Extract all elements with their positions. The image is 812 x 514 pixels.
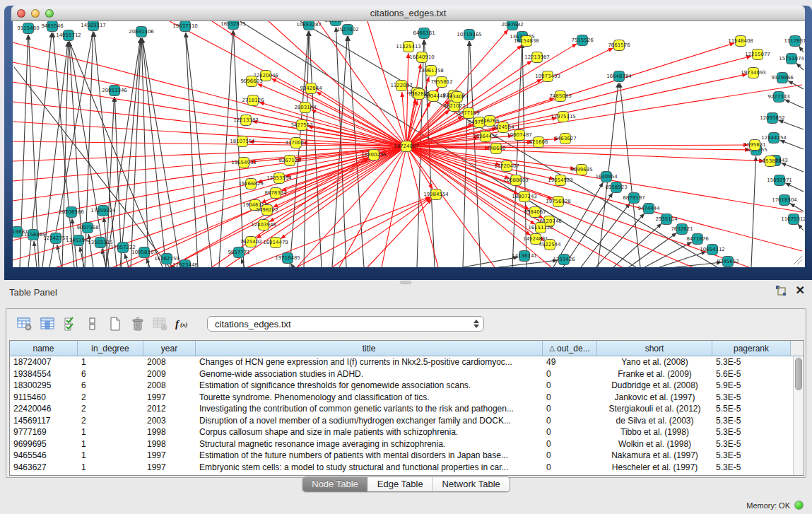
graph-node[interactable]: 9465546	[41, 21, 64, 32]
graph-node[interactable]: 14569117	[81, 21, 106, 31]
graph-node[interactable]: 19756928	[546, 197, 571, 207]
graph-node[interactable]: 19654923	[548, 175, 573, 186]
column-header-in_degree[interactable]: in_degree	[78, 341, 143, 356]
graph-node[interactable]: 17016504	[772, 195, 797, 206]
graph-node[interactable]: 19716485	[275, 253, 300, 264]
splitter-handle[interactable]	[400, 281, 411, 284]
graph-node[interactable]: 11548408	[728, 36, 753, 47]
graph-node[interactable]: 10654112	[700, 245, 725, 255]
graph-node[interactable]: 8267130	[278, 156, 300, 166]
table-scrollbar-thumb[interactable]	[795, 358, 802, 390]
graph-node[interactable]: 10807487	[507, 130, 532, 141]
graph-node[interactable]: 19654933	[231, 158, 257, 168]
graph-node[interactable]: 12213987	[524, 52, 550, 63]
graph-node[interactable]: 11325413	[396, 42, 421, 52]
graph-node[interactable]: 16532875	[220, 21, 246, 30]
graph-node[interactable]: 9115460	[17, 23, 39, 34]
graph-node[interactable]: 9463627	[554, 134, 576, 144]
graph-node[interactable]: 17359924	[90, 206, 116, 216]
graph-node[interactable]: 16640910	[409, 52, 435, 63]
delete-column-icon[interactable]	[126, 313, 149, 334]
column-header-out_degree[interactable]: △out_de...	[543, 341, 597, 356]
network-graph[interactable]: 9115460946554614055712145691172089140619…	[13, 21, 805, 267]
table-row[interactable]: 1938455462009Genome-wide association stu…	[10, 368, 804, 380]
graph-node[interactable]: 15720407	[494, 161, 519, 172]
table-settings-icon[interactable]	[13, 313, 36, 334]
table-row[interactable]: 977716911998Corpus callosum shape and si…	[10, 426, 804, 438]
graph-node[interactable]: 9699695	[570, 165, 592, 175]
graph-node[interactable]: 15751074	[779, 54, 804, 64]
graph-node[interactable]: 6879197	[623, 193, 645, 204]
minimize-window-button[interactable]	[31, 9, 40, 18]
tab-node-table[interactable]: Node Table	[302, 477, 368, 491]
graph-node[interactable]: 9857771	[228, 247, 249, 258]
graph-node[interactable]: 7955812	[430, 77, 452, 88]
graph-node[interactable]: 748660	[487, 144, 506, 154]
graph-node[interactable]: 8958923	[605, 182, 627, 193]
function-builder-icon[interactable]: f (x)	[172, 313, 194, 334]
column-header-short[interactable]: short	[597, 341, 712, 356]
graph-node[interactable]: 20891406	[129, 27, 154, 37]
table-row[interactable]: 1872400712008Changes of HCN gene express…	[10, 356, 804, 368]
delete-table-icon[interactable]	[149, 313, 172, 334]
tab-network-table[interactable]: Network Table	[433, 477, 510, 491]
graph-node[interactable]: 10653287	[296, 21, 322, 30]
graph-node[interactable]: 2935114	[655, 214, 678, 225]
graph-node[interactable]: 6466161	[413, 28, 435, 39]
graph-node[interactable]: 10973493	[535, 71, 560, 82]
graph-node[interactable]: 2087682	[501, 21, 523, 30]
zoom-window-button[interactable]	[45, 9, 54, 18]
table-row[interactable]: 969969511998Structural magnetic resonanc…	[10, 438, 804, 450]
graph-node[interactable]: 1733426	[553, 255, 575, 265]
graph-node[interactable]: 3427552	[290, 120, 312, 131]
graph-node[interactable]: 11675312	[781, 214, 805, 225]
float-panel-icon[interactable]	[775, 285, 787, 296]
graph-node[interactable]: 9329966	[771, 73, 794, 83]
graph-node[interactable]: 15692971	[767, 175, 792, 186]
column-header-pagerank[interactable]: pagerank	[712, 341, 791, 356]
column-header-name[interactable]: name	[10, 341, 78, 356]
graph-node[interactable]: 10719165	[457, 30, 482, 40]
table-row[interactable]: 1456911722003Disruption of a novel membe…	[10, 415, 804, 427]
graph-node[interactable]: 12342757	[43, 233, 69, 244]
network-window-titlebar[interactable]: citations_edges.txt	[11, 6, 805, 21]
select-rows-icon[interactable]	[59, 313, 81, 334]
close-panel-icon[interactable]: ✕	[796, 285, 805, 296]
graph-node[interactable]: 16914479	[263, 238, 288, 248]
graph-node[interactable]: 1527002	[336, 25, 358, 35]
column-header-title[interactable]: title	[196, 341, 543, 356]
table-scrollbar[interactable]	[793, 356, 804, 475]
graph-node[interactable]: 16648784	[606, 71, 632, 82]
tab-edge-table[interactable]: Edge Table	[368, 477, 433, 491]
table-selector-dropdown[interactable]: citations_edges.txt	[207, 316, 484, 332]
show-columns-icon[interactable]	[36, 313, 59, 334]
table-row[interactable]: 2242004622012Investigating the contribut…	[10, 403, 804, 415]
table-row[interactable]: 946362711997Embryonic stem cells: a mode…	[10, 462, 804, 474]
create-column-icon[interactable]	[104, 313, 126, 334]
graph-node[interactable]: 14961758	[418, 66, 444, 76]
memory-status-indicator[interactable]	[794, 501, 804, 510]
table-row[interactable]: 911546021997Tourette syndrome. Phenomeno…	[10, 392, 804, 404]
table-row[interactable]: 1830029562008Estimation of significance …	[10, 380, 804, 392]
graph-node[interactable]: 20053346	[102, 86, 127, 96]
graph-node[interactable]: 1117831	[784, 36, 805, 47]
graph-node[interactable]: 9245652	[717, 257, 739, 267]
graph-node[interactable]: 19734093	[741, 68, 766, 78]
graph-node[interactable]: 12215077	[745, 49, 770, 60]
graph-node[interactable]: 7515526	[571, 35, 594, 46]
close-window-button[interactable]	[17, 9, 25, 18]
graph-node[interactable]: 18107554	[230, 136, 255, 147]
column-header-year[interactable]: year	[143, 341, 196, 356]
graph-node[interactable]: 14055712	[56, 30, 81, 41]
graph-node[interactable]: 12093852	[760, 113, 785, 124]
network-canvas[interactable]: 9115460946554614055712145691172089140619…	[13, 21, 805, 267]
graph-node[interactable]: 1640954	[595, 172, 618, 182]
table-row[interactable]: 946554611997Estimation of the future num…	[10, 450, 804, 462]
graph-node[interactable]: 20206586	[59, 207, 84, 218]
graph-node[interactable]: 7632621	[671, 224, 693, 235]
graph-node[interactable]: 19637110	[172, 21, 198, 32]
table-cell-year: 1997	[143, 392, 196, 404]
row-height-icon[interactable]	[81, 313, 104, 334]
graph-node[interactable]: 19166829	[238, 179, 264, 189]
resize-grip[interactable]	[791, 253, 804, 266]
